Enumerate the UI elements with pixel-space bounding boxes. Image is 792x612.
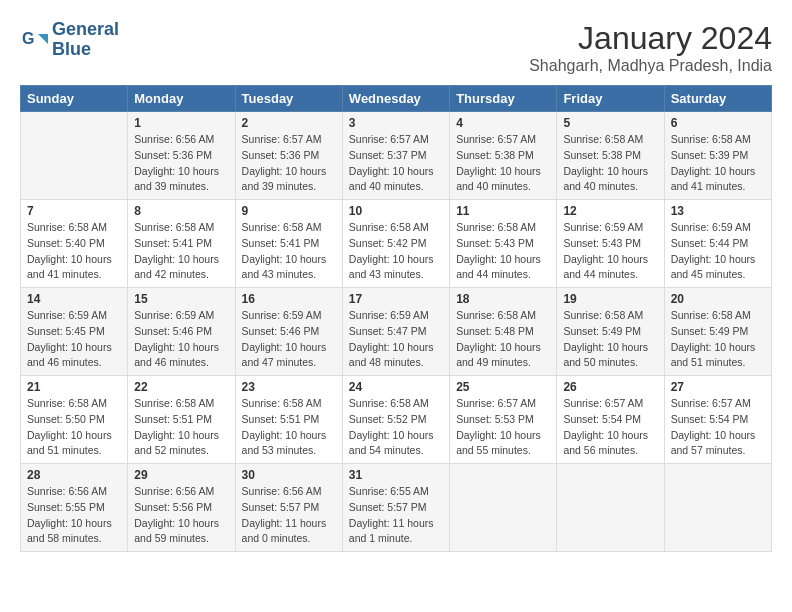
day-number: 4	[456, 116, 550, 130]
col-header-wednesday: Wednesday	[342, 86, 449, 112]
calendar-cell: 13Sunrise: 6:59 AM Sunset: 5:44 PM Dayli…	[664, 200, 771, 288]
day-number: 27	[671, 380, 765, 394]
day-number: 13	[671, 204, 765, 218]
calendar-cell: 12Sunrise: 6:59 AM Sunset: 5:43 PM Dayli…	[557, 200, 664, 288]
day-info: Sunrise: 6:57 AM Sunset: 5:53 PM Dayligh…	[456, 396, 550, 459]
col-header-saturday: Saturday	[664, 86, 771, 112]
day-number: 8	[134, 204, 228, 218]
day-info: Sunrise: 6:56 AM Sunset: 5:36 PM Dayligh…	[134, 132, 228, 195]
day-info: Sunrise: 6:58 AM Sunset: 5:41 PM Dayligh…	[134, 220, 228, 283]
day-number: 18	[456, 292, 550, 306]
day-number: 11	[456, 204, 550, 218]
day-number: 3	[349, 116, 443, 130]
day-info: Sunrise: 6:58 AM Sunset: 5:48 PM Dayligh…	[456, 308, 550, 371]
day-number: 28	[27, 468, 121, 482]
day-info: Sunrise: 6:59 AM Sunset: 5:46 PM Dayligh…	[242, 308, 336, 371]
week-row-4: 21Sunrise: 6:58 AM Sunset: 5:50 PM Dayli…	[21, 376, 772, 464]
day-info: Sunrise: 6:56 AM Sunset: 5:56 PM Dayligh…	[134, 484, 228, 547]
day-number: 26	[563, 380, 657, 394]
week-row-3: 14Sunrise: 6:59 AM Sunset: 5:45 PM Dayli…	[21, 288, 772, 376]
calendar-cell: 25Sunrise: 6:57 AM Sunset: 5:53 PM Dayli…	[450, 376, 557, 464]
day-number: 22	[134, 380, 228, 394]
calendar-cell: 20Sunrise: 6:58 AM Sunset: 5:49 PM Dayli…	[664, 288, 771, 376]
day-number: 2	[242, 116, 336, 130]
day-info: Sunrise: 6:59 AM Sunset: 5:43 PM Dayligh…	[563, 220, 657, 283]
calendar-cell: 4Sunrise: 6:57 AM Sunset: 5:38 PM Daylig…	[450, 112, 557, 200]
day-info: Sunrise: 6:58 AM Sunset: 5:49 PM Dayligh…	[671, 308, 765, 371]
day-info: Sunrise: 6:58 AM Sunset: 5:39 PM Dayligh…	[671, 132, 765, 195]
day-info: Sunrise: 6:58 AM Sunset: 5:40 PM Dayligh…	[27, 220, 121, 283]
calendar-cell: 29Sunrise: 6:56 AM Sunset: 5:56 PM Dayli…	[128, 464, 235, 552]
day-number: 10	[349, 204, 443, 218]
day-number: 17	[349, 292, 443, 306]
calendar-cell: 21Sunrise: 6:58 AM Sunset: 5:50 PM Dayli…	[21, 376, 128, 464]
col-header-friday: Friday	[557, 86, 664, 112]
col-header-tuesday: Tuesday	[235, 86, 342, 112]
calendar-cell: 11Sunrise: 6:58 AM Sunset: 5:43 PM Dayli…	[450, 200, 557, 288]
title-block: January 2024 Shahgarh, Madhya Pradesh, I…	[529, 20, 772, 75]
day-number: 7	[27, 204, 121, 218]
col-header-monday: Monday	[128, 86, 235, 112]
calendar-cell: 5Sunrise: 6:58 AM Sunset: 5:38 PM Daylig…	[557, 112, 664, 200]
day-number: 15	[134, 292, 228, 306]
logo-line1: General	[52, 20, 119, 40]
calendar-cell: 28Sunrise: 6:56 AM Sunset: 5:55 PM Dayli…	[21, 464, 128, 552]
calendar-cell: 31Sunrise: 6:55 AM Sunset: 5:57 PM Dayli…	[342, 464, 449, 552]
calendar-cell: 2Sunrise: 6:57 AM Sunset: 5:36 PM Daylig…	[235, 112, 342, 200]
calendar-cell	[664, 464, 771, 552]
calendar-cell: 24Sunrise: 6:58 AM Sunset: 5:52 PM Dayli…	[342, 376, 449, 464]
calendar-cell: 10Sunrise: 6:58 AM Sunset: 5:42 PM Dayli…	[342, 200, 449, 288]
day-info: Sunrise: 6:58 AM Sunset: 5:49 PM Dayligh…	[563, 308, 657, 371]
calendar-cell: 19Sunrise: 6:58 AM Sunset: 5:49 PM Dayli…	[557, 288, 664, 376]
day-number: 30	[242, 468, 336, 482]
logo-text: General Blue	[52, 20, 119, 60]
calendar-cell: 14Sunrise: 6:59 AM Sunset: 5:45 PM Dayli…	[21, 288, 128, 376]
week-row-1: 1Sunrise: 6:56 AM Sunset: 5:36 PM Daylig…	[21, 112, 772, 200]
day-info: Sunrise: 6:57 AM Sunset: 5:37 PM Dayligh…	[349, 132, 443, 195]
calendar-cell	[450, 464, 557, 552]
week-row-5: 28Sunrise: 6:56 AM Sunset: 5:55 PM Dayli…	[21, 464, 772, 552]
calendar-cell: 22Sunrise: 6:58 AM Sunset: 5:51 PM Dayli…	[128, 376, 235, 464]
svg-marker-1	[38, 34, 48, 44]
day-number: 24	[349, 380, 443, 394]
day-info: Sunrise: 6:59 AM Sunset: 5:47 PM Dayligh…	[349, 308, 443, 371]
day-info: Sunrise: 6:55 AM Sunset: 5:57 PM Dayligh…	[349, 484, 443, 547]
header-row: SundayMondayTuesdayWednesdayThursdayFrid…	[21, 86, 772, 112]
calendar-cell: 9Sunrise: 6:58 AM Sunset: 5:41 PM Daylig…	[235, 200, 342, 288]
calendar-cell: 1Sunrise: 6:56 AM Sunset: 5:36 PM Daylig…	[128, 112, 235, 200]
day-info: Sunrise: 6:57 AM Sunset: 5:54 PM Dayligh…	[671, 396, 765, 459]
svg-text:G: G	[22, 30, 34, 47]
day-info: Sunrise: 6:58 AM Sunset: 5:42 PM Dayligh…	[349, 220, 443, 283]
calendar-cell: 15Sunrise: 6:59 AM Sunset: 5:46 PM Dayli…	[128, 288, 235, 376]
day-info: Sunrise: 6:58 AM Sunset: 5:43 PM Dayligh…	[456, 220, 550, 283]
day-info: Sunrise: 6:58 AM Sunset: 5:51 PM Dayligh…	[242, 396, 336, 459]
calendar-cell: 18Sunrise: 6:58 AM Sunset: 5:48 PM Dayli…	[450, 288, 557, 376]
calendar-cell: 17Sunrise: 6:59 AM Sunset: 5:47 PM Dayli…	[342, 288, 449, 376]
location: Shahgarh, Madhya Pradesh, India	[529, 57, 772, 75]
day-info: Sunrise: 6:57 AM Sunset: 5:36 PM Dayligh…	[242, 132, 336, 195]
calendar-cell: 8Sunrise: 6:58 AM Sunset: 5:41 PM Daylig…	[128, 200, 235, 288]
day-info: Sunrise: 6:56 AM Sunset: 5:55 PM Dayligh…	[27, 484, 121, 547]
col-header-sunday: Sunday	[21, 86, 128, 112]
day-info: Sunrise: 6:57 AM Sunset: 5:38 PM Dayligh…	[456, 132, 550, 195]
day-number: 29	[134, 468, 228, 482]
day-number: 14	[27, 292, 121, 306]
day-number: 9	[242, 204, 336, 218]
day-number: 12	[563, 204, 657, 218]
day-number: 1	[134, 116, 228, 130]
day-number: 31	[349, 468, 443, 482]
day-info: Sunrise: 6:59 AM Sunset: 5:46 PM Dayligh…	[134, 308, 228, 371]
calendar-table: SundayMondayTuesdayWednesdayThursdayFrid…	[20, 85, 772, 552]
day-number: 21	[27, 380, 121, 394]
day-number: 5	[563, 116, 657, 130]
week-row-2: 7Sunrise: 6:58 AM Sunset: 5:40 PM Daylig…	[21, 200, 772, 288]
day-number: 19	[563, 292, 657, 306]
logo-line2: Blue	[52, 40, 119, 60]
calendar-cell: 16Sunrise: 6:59 AM Sunset: 5:46 PM Dayli…	[235, 288, 342, 376]
calendar-cell: 27Sunrise: 6:57 AM Sunset: 5:54 PM Dayli…	[664, 376, 771, 464]
calendar-cell: 23Sunrise: 6:58 AM Sunset: 5:51 PM Dayli…	[235, 376, 342, 464]
logo-icon: G	[20, 26, 48, 54]
day-info: Sunrise: 6:59 AM Sunset: 5:44 PM Dayligh…	[671, 220, 765, 283]
calendar-cell: 7Sunrise: 6:58 AM Sunset: 5:40 PM Daylig…	[21, 200, 128, 288]
day-number: 16	[242, 292, 336, 306]
